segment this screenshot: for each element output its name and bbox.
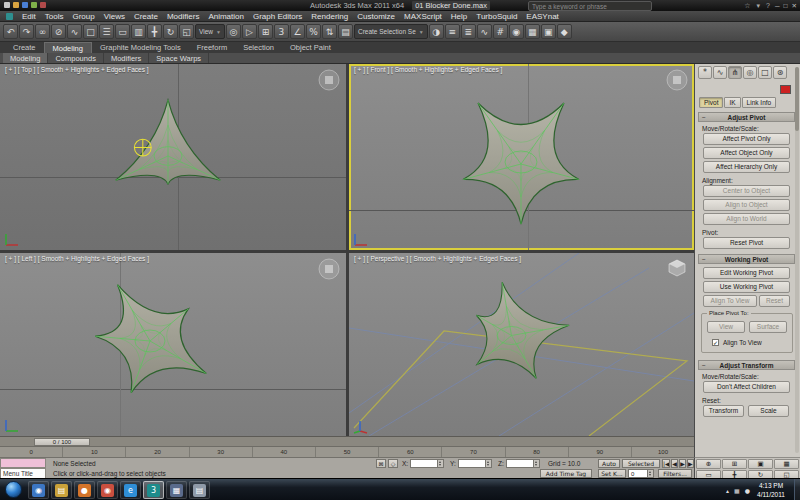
tray-network-icon[interactable]: ▦ [734, 487, 740, 494]
menu-edit[interactable]: Edit [22, 11, 36, 22]
reset-working-pivot-button[interactable]: Reset [759, 295, 790, 307]
spinner-icon[interactable] [647, 470, 653, 477]
menu-rendering[interactable]: Rendering [311, 11, 348, 22]
ribbon-tab-selection[interactable]: Selection [235, 42, 282, 53]
viewport-top[interactable]: [ + ] [ Top ] [ Smooth + Highlights + Ed… [0, 64, 346, 250]
ribbon-tab-create[interactable]: Create [5, 42, 44, 53]
mesh-perspective-view[interactable] [444, 268, 579, 403]
menu-graph-editors[interactable]: Graph Editors [253, 11, 302, 22]
z-coordinate-field[interactable] [506, 459, 540, 468]
adjust-pivot-rollout-header[interactable]: − Adjust Pivot [698, 112, 795, 122]
window-crossing-icon[interactable]: ▥ [131, 24, 146, 39]
search-dropdown-icon[interactable]: ▾ [757, 0, 761, 11]
viewport-left[interactable]: [ + ] [ Left ] [ Smooth + Highlights + E… [0, 253, 346, 436]
hierarchy-tab-icon[interactable]: ⋔ [728, 66, 742, 79]
show-desktop-button[interactable] [794, 479, 800, 500]
dont-affect-children-button[interactable]: Don't Affect Children [703, 381, 790, 393]
layer-manager-icon[interactable]: ≣ [461, 24, 476, 39]
previous-frame-icon[interactable]: ◀ [671, 459, 678, 468]
align-to-view-checkbox[interactable]: ✓ [712, 339, 719, 346]
ribbon-tab-object-paint[interactable]: Object Paint [282, 42, 339, 53]
affect-hierarchy-only-button[interactable]: Affect Hierarchy Only [703, 161, 790, 173]
keyboard-shortcut-override-icon[interactable]: ⊞ [258, 24, 273, 39]
ik-mode-button[interactable]: IK [724, 97, 740, 108]
subtab-space-warps[interactable]: Space Warps [149, 53, 209, 63]
percent-snap-icon[interactable]: % [306, 24, 321, 39]
subtab-modifiers[interactable]: Modifiers [104, 53, 149, 63]
motion-tab-icon[interactable]: ◎ [743, 66, 757, 79]
favorites-star-icon[interactable]: ☆ [744, 0, 750, 11]
menu-create[interactable]: Create [134, 11, 158, 22]
align-to-object-button[interactable]: Align to Object [703, 199, 790, 211]
edit-working-pivot-button[interactable]: Edit Working Pivot [703, 267, 790, 279]
close-icon[interactable]: ✕ [792, 0, 797, 11]
align-to-world-button[interactable]: Align to World [703, 213, 790, 225]
undo-icon[interactable]: ↶ [3, 24, 18, 39]
auto-key-button[interactable]: Auto [598, 459, 620, 468]
center-to-object-button[interactable]: Center to Object [703, 185, 790, 197]
menu-group[interactable]: Group [72, 11, 94, 22]
menu-customize[interactable]: Customize [357, 11, 395, 22]
taskbar-icon-3dsmax[interactable]: 3 [143, 481, 164, 499]
reset-transform-button[interactable]: Transform [703, 405, 744, 417]
select-and-manipulate-icon[interactable]: ▷ [242, 24, 257, 39]
key-mode-dropdown[interactable]: Selected [622, 459, 660, 468]
zoom-extents-icon[interactable]: ▣ [748, 459, 773, 469]
redo-icon[interactable]: ↷ [19, 24, 34, 39]
search-input[interactable] [528, 1, 652, 11]
taskbar-icon-media-player[interactable]: ◉ [28, 481, 49, 499]
taskbar-icon-firefox[interactable]: ● [74, 481, 95, 499]
menu-easynat[interactable]: EASYnat [526, 11, 558, 22]
align-icon[interactable]: ≡ [445, 24, 460, 39]
mesh-front-view[interactable] [446, 89, 596, 239]
subtab-compounds[interactable]: Compounds [48, 53, 103, 63]
affect-pivot-only-button[interactable]: Affect Pivot Only [703, 133, 790, 145]
ribbon-tab-freeform[interactable]: Freeform [189, 42, 235, 53]
selection-lock-toggle-icon[interactable]: ⊠ [376, 459, 386, 468]
menu-modifiers[interactable]: Modifiers [167, 11, 199, 22]
select-and-scale-icon[interactable]: ◱ [179, 24, 194, 39]
zoom-icon[interactable]: ⊕ [696, 459, 721, 469]
menu-animation[interactable]: Animation [208, 11, 244, 22]
subtab-modeling[interactable]: Modeling [3, 53, 48, 63]
current-frame-field[interactable]: 0 [628, 469, 654, 478]
create-tab-icon[interactable]: * [698, 66, 712, 79]
viewcube-icon[interactable] [317, 257, 341, 281]
render-setup-icon[interactable]: ▦ [525, 24, 540, 39]
material-editor-icon[interactable]: ◉ [509, 24, 524, 39]
unlink-selection-icon[interactable]: ⊘ [51, 24, 66, 39]
select-object-icon[interactable]: □ [83, 24, 98, 39]
tray-show-hidden-icon[interactable]: ▴ [726, 487, 729, 494]
key-filters-button[interactable]: Filters... [658, 469, 692, 478]
taskbar-icon-notepad[interactable]: ▤ [189, 481, 210, 499]
help-icon[interactable]: ? [766, 0, 770, 11]
add-time-tag[interactable]: Add Time Tag [540, 469, 592, 478]
menu-views[interactable]: Views [104, 11, 125, 22]
ribbon-tab-graphite[interactable]: Graphite Modeling Tools [92, 42, 189, 53]
rendered-frame-window-icon[interactable]: ▣ [541, 24, 556, 39]
place-pivot-view-button[interactable]: View [707, 321, 745, 333]
place-pivot-surface-button[interactable]: Surface [749, 321, 787, 333]
maximize-icon[interactable]: □ [784, 0, 788, 11]
use-working-pivot-button[interactable]: Use Working Pivot [703, 281, 790, 293]
select-and-move-icon[interactable]: ╋ [147, 24, 162, 39]
select-by-name-icon[interactable]: ☰ [99, 24, 114, 39]
maxscript-macro-recorder[interactable] [0, 458, 46, 468]
time-slider-track[interactable]: 0 / 100 [0, 436, 694, 446]
mesh-left-view[interactable] [75, 266, 225, 416]
ribbon-tab-modeling[interactable]: Modeling [44, 42, 92, 53]
viewport-perspective[interactable]: [ + ] [ Perspective ] [ Smooth + Highlig… [349, 253, 694, 436]
viewport-front[interactable]: [ + ] [ Front ] [ Smooth + Highlights + … [349, 64, 694, 250]
affect-object-only-button[interactable]: Affect Object Only [703, 147, 790, 159]
angle-snap-icon[interactable]: ∠ [290, 24, 305, 39]
reference-coordinate-dropdown[interactable]: View▼ [195, 24, 225, 39]
minimize-icon[interactable]: ─ [775, 0, 780, 11]
play-animation-icon[interactable]: ▶ [679, 459, 686, 468]
viewcube-icon[interactable] [665, 257, 689, 281]
viewport-splitter-horizontal[interactable] [0, 250, 694, 253]
zoom-all-icon[interactable]: ⊞ [722, 459, 747, 469]
object-color-swatch[interactable] [780, 85, 791, 94]
start-button[interactable] [5, 481, 22, 498]
schematic-view-icon[interactable]: # [493, 24, 508, 39]
taskbar-icon-explorer[interactable]: ▤ [51, 481, 72, 499]
